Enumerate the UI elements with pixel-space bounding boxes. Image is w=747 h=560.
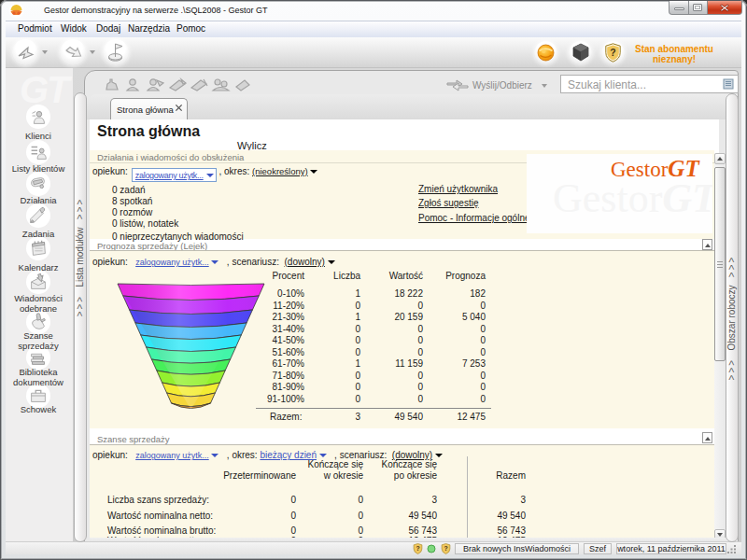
svg-text:?: ? xyxy=(610,47,615,58)
svg-text:?: ? xyxy=(444,545,447,552)
svg-text:?: ? xyxy=(416,545,419,552)
